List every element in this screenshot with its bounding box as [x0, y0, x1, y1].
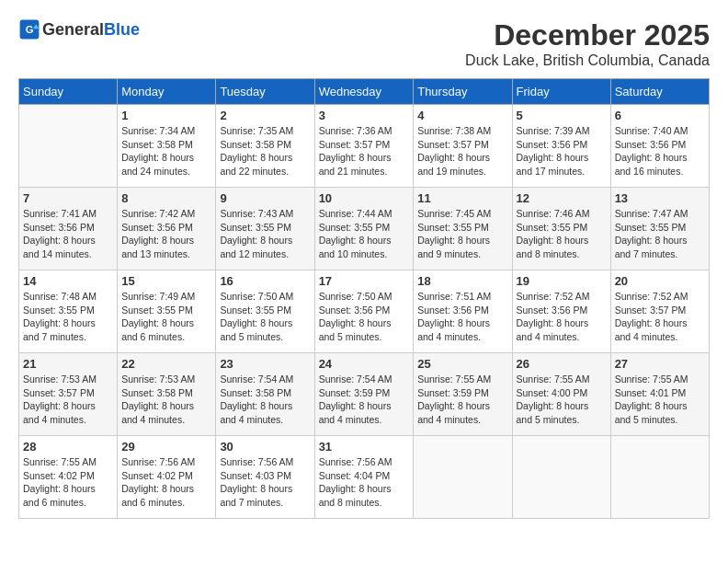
calendar-cell: 19Sunrise: 7:52 AMSunset: 3:56 PMDayligh… [512, 270, 610, 353]
day-info: Sunrise: 7:56 AMSunset: 4:03 PMDaylight:… [220, 455, 310, 510]
day-number: 4 [417, 109, 507, 122]
day-info: Sunrise: 7:44 AMSunset: 3:55 PMDaylight:… [319, 207, 410, 261]
day-number: 1 [121, 109, 211, 122]
calendar-header-row: SundayMondayTuesdayWednesdayThursdayFrid… [19, 79, 710, 105]
day-number: 24 [319, 357, 410, 371]
day-number: 30 [220, 440, 310, 454]
day-info: Sunrise: 7:36 AMSunset: 3:57 PMDaylight:… [319, 124, 410, 178]
calendar-cell: 15Sunrise: 7:49 AMSunset: 3:55 PMDayligh… [118, 270, 216, 353]
day-info: Sunrise: 7:46 AMSunset: 3:55 PMDaylight:… [517, 207, 607, 261]
day-number: 13 [615, 191, 705, 205]
calendar-cell: 24Sunrise: 7:54 AMSunset: 3:59 PMDayligh… [314, 353, 414, 436]
calendar-cell: 2Sunrise: 7:35 AMSunset: 3:58 PMDaylight… [216, 105, 314, 188]
day-info: Sunrise: 7:55 AMSunset: 4:02 PMDaylight:… [23, 455, 113, 510]
day-number: 25 [417, 357, 507, 371]
day-number: 3 [319, 109, 410, 122]
calendar-cell [414, 436, 512, 519]
calendar-table: SundayMondayTuesdayWednesdayThursdayFrid… [18, 78, 710, 519]
page-header: G GeneralBlue December 2025 Duck Lake, B… [18, 18, 710, 69]
day-number: 10 [319, 191, 410, 205]
calendar-cell: 11Sunrise: 7:45 AMSunset: 3:55 PMDayligh… [414, 188, 512, 270]
day-info: Sunrise: 7:48 AMSunset: 3:55 PMDaylight:… [23, 290, 113, 344]
calendar-cell: 3Sunrise: 7:36 AMSunset: 3:57 PMDaylight… [314, 105, 414, 188]
calendar-cell: 5Sunrise: 7:39 AMSunset: 3:56 PMDaylight… [512, 105, 610, 188]
day-number: 18 [417, 274, 507, 288]
logo: G GeneralBlue [18, 18, 140, 40]
day-number: 17 [319, 274, 410, 288]
calendar-subtitle: Duck Lake, British Columbia, Canada [465, 52, 710, 69]
calendar-cell: 9Sunrise: 7:43 AMSunset: 3:55 PMDaylight… [216, 188, 314, 270]
day-info: Sunrise: 7:52 AMSunset: 3:56 PMDaylight:… [517, 290, 607, 344]
day-number: 15 [121, 274, 211, 288]
calendar-cell: 29Sunrise: 7:56 AMSunset: 4:02 PMDayligh… [118, 436, 216, 519]
day-number: 8 [121, 191, 211, 205]
calendar-cell: 13Sunrise: 7:47 AMSunset: 3:55 PMDayligh… [610, 188, 709, 270]
calendar-cell [512, 436, 610, 519]
day-info: Sunrise: 7:54 AMSunset: 3:59 PMDaylight:… [319, 373, 410, 427]
day-number: 14 [23, 274, 113, 288]
calendar-cell: 21Sunrise: 7:53 AMSunset: 3:57 PMDayligh… [19, 353, 118, 436]
calendar-cell: 16Sunrise: 7:50 AMSunset: 3:55 PMDayligh… [216, 270, 314, 353]
day-number: 27 [615, 357, 705, 371]
day-number: 7 [23, 191, 113, 205]
day-info: Sunrise: 7:47 AMSunset: 3:55 PMDaylight:… [615, 207, 705, 261]
calendar-week-row: 1Sunrise: 7:34 AMSunset: 3:58 PMDaylight… [19, 105, 710, 188]
calendar-cell: 22Sunrise: 7:53 AMSunset: 3:58 PMDayligh… [118, 353, 216, 436]
calendar-header-sunday: Sunday [19, 79, 118, 105]
day-info: Sunrise: 7:55 AMSunset: 4:01 PMDaylight:… [615, 373, 705, 427]
calendar-cell: 10Sunrise: 7:44 AMSunset: 3:55 PMDayligh… [314, 188, 414, 270]
calendar-cell: 20Sunrise: 7:52 AMSunset: 3:57 PMDayligh… [610, 270, 709, 353]
day-number: 26 [517, 357, 607, 371]
calendar-cell: 26Sunrise: 7:55 AMSunset: 4:00 PMDayligh… [512, 353, 610, 436]
calendar-cell: 23Sunrise: 7:54 AMSunset: 3:58 PMDayligh… [216, 353, 314, 436]
calendar-header-thursday: Thursday [414, 79, 512, 105]
calendar-cell: 4Sunrise: 7:38 AMSunset: 3:57 PMDaylight… [414, 105, 512, 188]
calendar-cell [19, 105, 118, 188]
calendar-header-saturday: Saturday [610, 79, 709, 105]
calendar-header-friday: Friday [512, 79, 610, 105]
calendar-cell: 28Sunrise: 7:55 AMSunset: 4:02 PMDayligh… [19, 436, 118, 519]
calendar-cell: 8Sunrise: 7:42 AMSunset: 3:56 PMDaylight… [118, 188, 216, 270]
day-info: Sunrise: 7:35 AMSunset: 3:58 PMDaylight:… [220, 124, 310, 178]
calendar-title: December 2025 [465, 18, 710, 52]
day-number: 31 [319, 440, 410, 454]
calendar-header-tuesday: Tuesday [216, 79, 314, 105]
day-info: Sunrise: 7:56 AMSunset: 4:04 PMDaylight:… [319, 455, 410, 510]
day-number: 28 [23, 440, 113, 454]
day-number: 29 [121, 440, 211, 454]
calendar-cell: 6Sunrise: 7:40 AMSunset: 3:56 PMDaylight… [610, 105, 709, 188]
logo-icon: G [18, 18, 40, 40]
calendar-cell: 31Sunrise: 7:56 AMSunset: 4:04 PMDayligh… [314, 436, 414, 519]
day-number: 16 [220, 274, 310, 288]
day-info: Sunrise: 7:53 AMSunset: 3:58 PMDaylight:… [121, 373, 211, 427]
calendar-cell: 18Sunrise: 7:51 AMSunset: 3:56 PMDayligh… [414, 270, 512, 353]
day-info: Sunrise: 7:43 AMSunset: 3:55 PMDaylight:… [220, 207, 310, 261]
day-number: 22 [121, 357, 211, 371]
calendar-week-row: 7Sunrise: 7:41 AMSunset: 3:56 PMDaylight… [19, 188, 710, 270]
day-info: Sunrise: 7:54 AMSunset: 3:58 PMDaylight:… [220, 373, 310, 427]
calendar-cell: 25Sunrise: 7:55 AMSunset: 3:59 PMDayligh… [414, 353, 512, 436]
calendar-header-monday: Monday [118, 79, 216, 105]
calendar-cell: 7Sunrise: 7:41 AMSunset: 3:56 PMDaylight… [19, 188, 118, 270]
calendar-cell: 12Sunrise: 7:46 AMSunset: 3:55 PMDayligh… [512, 188, 610, 270]
day-number: 5 [517, 109, 607, 122]
day-number: 9 [220, 191, 310, 205]
day-number: 11 [417, 191, 507, 205]
day-info: Sunrise: 7:50 AMSunset: 3:55 PMDaylight:… [220, 290, 310, 344]
day-info: Sunrise: 7:50 AMSunset: 3:56 PMDaylight:… [319, 290, 410, 344]
calendar-cell: 17Sunrise: 7:50 AMSunset: 3:56 PMDayligh… [314, 270, 414, 353]
day-number: 23 [220, 357, 310, 371]
title-section: December 2025 Duck Lake, British Columbi… [465, 18, 710, 69]
day-info: Sunrise: 7:42 AMSunset: 3:56 PMDaylight:… [121, 207, 211, 261]
day-info: Sunrise: 7:34 AMSunset: 3:58 PMDaylight:… [121, 124, 211, 178]
day-info: Sunrise: 7:56 AMSunset: 4:02 PMDaylight:… [121, 455, 211, 510]
day-info: Sunrise: 7:49 AMSunset: 3:55 PMDaylight:… [121, 290, 211, 344]
logo-blue-text: Blue [104, 20, 140, 40]
day-info: Sunrise: 7:53 AMSunset: 3:57 PMDaylight:… [23, 373, 113, 427]
day-number: 6 [615, 109, 705, 122]
day-info: Sunrise: 7:55 AMSunset: 3:59 PMDaylight:… [417, 373, 507, 427]
day-number: 21 [23, 357, 113, 371]
calendar-cell [610, 436, 709, 519]
day-number: 2 [220, 109, 310, 122]
day-info: Sunrise: 7:40 AMSunset: 3:56 PMDaylight:… [615, 124, 705, 178]
